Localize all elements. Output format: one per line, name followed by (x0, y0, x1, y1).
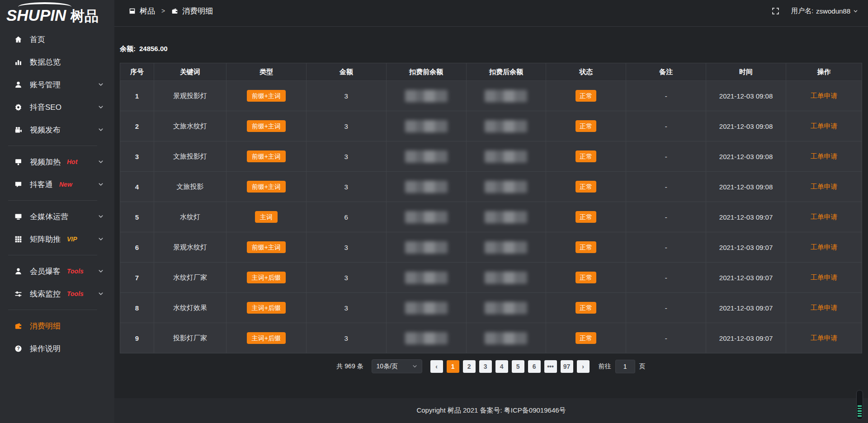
page-button[interactable]: 5 (512, 360, 524, 373)
chevron-down-icon (98, 127, 104, 132)
work-order-link[interactable]: 工单申请 (811, 183, 838, 190)
redacted-balance (485, 90, 527, 102)
page-button[interactable]: 3 (479, 360, 492, 373)
sidebar-item-10[interactable]: 矩阵助推VIP (0, 228, 114, 250)
cell-no: 3 (120, 141, 154, 172)
cell-keyword: 水纹灯厂家 (154, 263, 226, 293)
cell-balance-before (386, 323, 466, 353)
goto-page-input[interactable] (615, 360, 635, 373)
work-order-link[interactable]: 工单申请 (811, 213, 838, 221)
sidebar-item-13[interactable]: 线索监控Tools (0, 282, 114, 305)
sidebar-item-2[interactable]: 账号管理 (0, 73, 114, 96)
redacted-balance (405, 332, 448, 344)
screen-heat-icon (14, 157, 23, 166)
page-button[interactable]: 6 (528, 360, 541, 373)
sidebar-item-15[interactable]: 消费明细 (0, 315, 114, 337)
table-row: 6景观水纹灯前缀+主词3正常-2021-12-03 09:07工单申请 (120, 232, 862, 263)
page-size-value: 10条/页 (377, 362, 398, 371)
cell-amount: 3 (306, 293, 386, 323)
work-order-link[interactable]: 工单申请 (811, 122, 838, 130)
status-badge: 正常 (576, 241, 596, 253)
table-row: 4文旅投影前缀+主词3正常-2021-12-03 09:08工单申请 (120, 172, 862, 202)
chevron-down-icon (412, 363, 417, 370)
sidebar-item-16[interactable]: ?操作说明 (0, 337, 114, 360)
cell-no: 1 (120, 81, 154, 111)
table-row: 8水纹灯效果主词+后缀3正常-2021-12-03 09:07工单申请 (120, 293, 862, 323)
cell-type: 主词+后缀 (226, 293, 307, 323)
fullscreen-icon[interactable] (772, 7, 779, 15)
user-icon (14, 80, 23, 89)
page-button[interactable]: 1 (447, 360, 459, 373)
breadcrumb-item[interactable]: 消费明细 (182, 6, 213, 16)
main-content: 余额:24856.00 序号关键词类型金额扣费前余额扣费后余额状态备注时间操作 … (120, 27, 862, 373)
cell-action: 工单申请 (786, 81, 862, 111)
balance-label: 余额: (120, 45, 136, 52)
cell-action: 工单申请 (786, 202, 862, 232)
sidebar-item-4[interactable]: 视频发布 (0, 118, 114, 141)
sidebar-item-3[interactable]: 抖音SEO (0, 96, 114, 118)
cell-keyword: 水纹灯效果 (154, 293, 226, 323)
cell-balance-after (466, 263, 546, 293)
type-badge: 前缀+主词 (247, 241, 286, 253)
sidebar-item-1[interactable]: 数据总览 (0, 51, 114, 73)
sidebar-item-9[interactable]: 全媒体运营 (0, 205, 114, 228)
cell-amount: 3 (306, 263, 386, 293)
cell-type: 前缀+主词 (226, 232, 307, 263)
cell-time: 2021-12-03 09:08 (706, 81, 786, 111)
next-page-button[interactable]: › (577, 360, 590, 373)
wallet-icon (14, 321, 23, 330)
cell-type: 前缀+主词 (226, 81, 307, 111)
page-button[interactable]: 4 (495, 360, 508, 373)
status-badge: 正常 (576, 150, 596, 162)
redacted-balance (485, 181, 527, 193)
page-ellipsis-button[interactable]: ••• (544, 360, 557, 373)
topbar-right: 用户名: zswodun88 (772, 7, 858, 15)
breadcrumb-item[interactable]: 树品 (140, 6, 155, 16)
copyright-text: Copyright 树品 2021 备案号: 粤ICP备09019646号 (416, 406, 566, 415)
sidebar-nav: 首页数据总览账号管理抖音SEO视频发布视频加热Hot抖客通New全媒体运营矩阵助… (0, 28, 114, 360)
work-order-link[interactable]: 工单申请 (811, 243, 838, 251)
cell-amount: 3 (306, 232, 386, 263)
cell-balance-after (466, 81, 546, 111)
footer: Copyright 树品 2021 备案号: 粤ICP备09019646号 (114, 398, 868, 423)
cell-status: 正常 (546, 81, 626, 111)
table-column-header: 操作 (786, 63, 862, 81)
sidebar-item-6[interactable]: 视频加热Hot (0, 150, 114, 173)
type-badge: 前缀+主词 (247, 120, 286, 132)
sidebar-item-0[interactable]: 首页 (0, 28, 114, 51)
cell-action: 工单申请 (786, 293, 862, 323)
sidebar-item-7[interactable]: 抖客通New (0, 173, 114, 196)
page-size-select[interactable]: 10条/页 (372, 359, 422, 373)
cell-balance-before (386, 202, 466, 232)
sidebar-item-label: 线索监控 (30, 289, 61, 299)
sidebar-item-12[interactable]: 会员爆客Tools (0, 260, 114, 282)
chevron-down-icon (98, 268, 104, 274)
page-button[interactable]: 97 (561, 360, 573, 373)
status-badge: 正常 (576, 302, 596, 314)
sidebar-item-tag: New (59, 181, 72, 188)
goto-unit: 页 (639, 362, 646, 371)
work-order-link[interactable]: 工单申请 (811, 334, 838, 342)
user-menu[interactable]: 用户名: zswodun88 (791, 7, 858, 15)
cell-remark: - (626, 141, 706, 172)
type-badge: 前缀+主词 (247, 90, 286, 102)
work-order-link[interactable]: 工单申请 (811, 92, 838, 99)
table-row: 3文旅投影灯前缀+主词3正常-2021-12-03 09:08工单申请 (120, 141, 862, 172)
cell-remark: - (626, 232, 706, 263)
cell-balance-before (386, 81, 466, 111)
dashboard-icon (129, 8, 136, 14)
sidebar-item-label: 全媒体运营 (30, 212, 68, 222)
floating-widget[interactable] (856, 390, 863, 420)
work-order-link[interactable]: 工单申请 (811, 273, 838, 281)
cell-action: 工单申请 (786, 141, 862, 172)
sidebar-item-label: 视频发布 (30, 125, 61, 135)
work-order-link[interactable]: 工单申请 (811, 304, 838, 311)
monitor-icon (14, 212, 23, 221)
work-order-link[interactable]: 工单申请 (811, 152, 838, 160)
prev-page-button[interactable]: ‹ (430, 360, 443, 373)
sidebar-item-label: 数据总览 (30, 57, 61, 67)
page-button[interactable]: 2 (463, 360, 476, 373)
breadcrumb: 树品>消费明细 (129, 6, 213, 16)
table-column-header: 关键词 (154, 63, 226, 81)
cell-type: 前缀+主词 (226, 172, 307, 202)
